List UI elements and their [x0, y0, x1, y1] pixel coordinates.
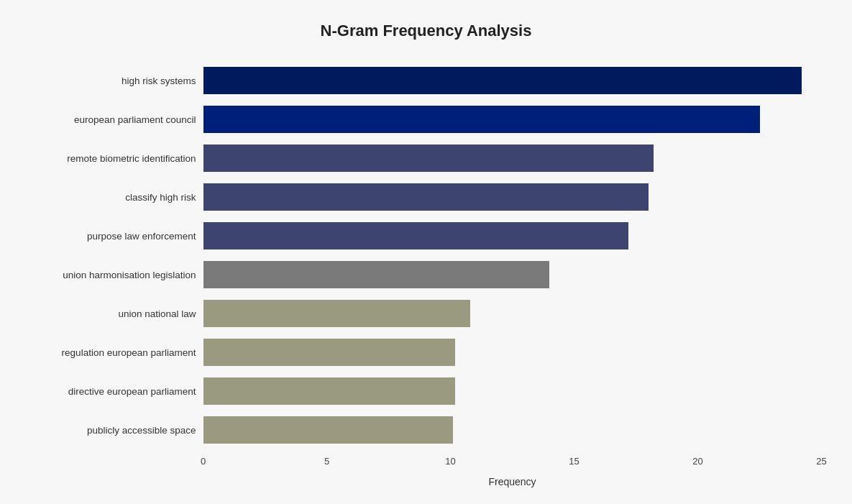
bar-fill: [203, 183, 649, 211]
bar-label: high risk systems: [31, 75, 203, 86]
bar-track: [203, 416, 822, 444]
bar-track: [203, 145, 822, 172]
bar-label: regulation european parliament: [31, 347, 203, 358]
bar-label: union national law: [31, 308, 203, 319]
x-tick-label: 15: [569, 456, 579, 467]
bar-row: classify high risk: [31, 178, 822, 216]
bar-label: purpose law enforcement: [31, 231, 203, 242]
bar-fill: [203, 300, 471, 327]
bar-fill: [203, 261, 550, 288]
x-tick-label: 5: [324, 456, 329, 467]
bar-label: european parliament council: [31, 114, 203, 125]
x-tick-label: 0: [201, 456, 206, 467]
bar-row: directive european parliament: [31, 372, 822, 410]
bar-fill: [203, 222, 629, 249]
bar-row: regulation european parliament: [31, 334, 822, 371]
bar-row: remote biometric identification: [31, 139, 822, 177]
bar-fill: [203, 377, 456, 405]
bar-row: european parliament council: [31, 101, 822, 138]
bar-row: union harmonisation legislation: [31, 256, 822, 293]
x-axis-labels: 0510152025: [203, 456, 822, 470]
bar-row: publicly accessible space: [31, 411, 822, 449]
bar-label: union harmonisation legislation: [31, 270, 203, 280]
bar-track: [203, 377, 822, 405]
bar-track: [203, 261, 822, 288]
x-tick-label: 25: [816, 456, 826, 467]
bar-row: high risk systems: [31, 62, 822, 99]
x-tick-label: 10: [445, 456, 455, 467]
x-axis-title: Frequency: [203, 476, 822, 487]
chart-area: high risk systemseuropean parliament cou…: [31, 62, 822, 450]
bar-fill: [203, 339, 456, 366]
x-tick-label: 20: [692, 456, 702, 467]
bar-track: [203, 183, 822, 211]
chart-container: N-Gram Frequency Analysis high risk syst…: [17, 14, 836, 504]
x-axis-container: 0510152025: [203, 456, 822, 470]
bar-label: remote biometric identification: [31, 153, 203, 164]
bar-label: directive european parliament: [31, 386, 203, 397]
bar-label: classify high risk: [31, 192, 203, 203]
bar-fill: [203, 106, 760, 133]
bar-track: [203, 339, 822, 366]
bar-track: [203, 106, 822, 133]
bar-track: [203, 222, 822, 249]
bar-track: [203, 67, 822, 94]
bar-row: purpose law enforcement: [31, 217, 822, 255]
chart-title: N-Gram Frequency Analysis: [31, 22, 822, 40]
bar-track: [203, 300, 822, 327]
bar-fill: [203, 145, 654, 172]
bar-fill: [203, 416, 453, 444]
bar-row: union national law: [31, 295, 822, 332]
bar-fill: [203, 67, 802, 94]
bar-label: publicly accessible space: [31, 425, 203, 436]
